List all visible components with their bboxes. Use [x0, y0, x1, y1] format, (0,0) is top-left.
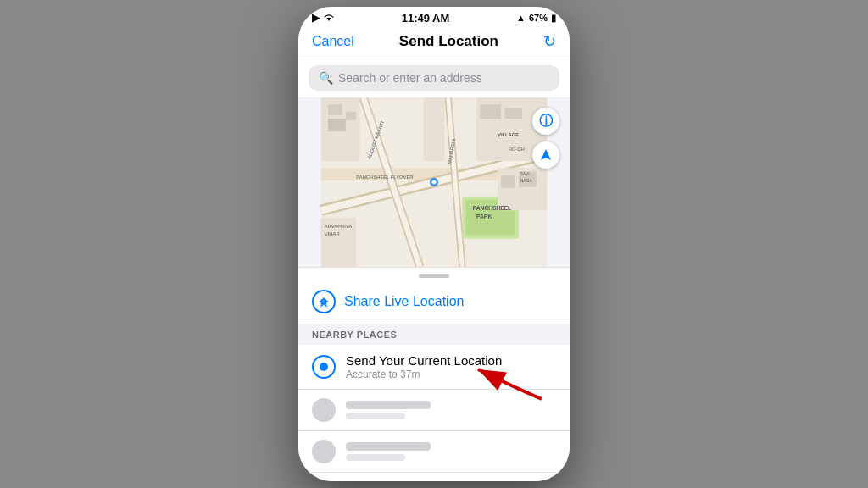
map-svg: AUGUST KRANTI PANCHSHEEL FLYOVER PANCHSH… — [298, 97, 570, 267]
svg-text:NAGA: NAGA — [520, 178, 533, 183]
svg-point-35 — [432, 180, 437, 185]
svg-rect-21 — [501, 175, 515, 188]
location-dot — [320, 363, 328, 371]
map-location-button[interactable] — [532, 141, 559, 169]
svg-rect-18 — [328, 119, 346, 131]
current-location-icon — [312, 355, 336, 379]
blurred-line-secondary-1 — [346, 413, 405, 419]
svg-text:PANCHSHEEL: PANCHSHEEL — [473, 205, 511, 211]
status-left: ▶ — [312, 12, 335, 25]
blurred-icon-1 — [312, 398, 336, 422]
refresh-button[interactable]: ↻ — [543, 32, 556, 51]
map-info-button[interactable]: ⓘ — [532, 108, 559, 135]
blurred-line-secondary-2 — [346, 454, 405, 461]
share-live-icon — [312, 290, 336, 313]
blurred-line-primary-1 — [346, 401, 431, 409]
search-bar[interactable]: 🔍 Search or enter an address — [309, 65, 559, 91]
status-right: ▲ 67% ▮ — [516, 13, 556, 24]
battery-icon: ▮ — [551, 13, 556, 24]
blurred-line-primary-2 — [346, 442, 431, 451]
nav-bar: Cancel Send Location ↻ — [298, 27, 570, 58]
search-bar-container: 🔍 Search or enter an address — [298, 58, 570, 97]
phone-frame: ▶ 11:49 AM ▲ 67% ▮ Cancel Send Location … — [298, 7, 570, 481]
signal-icon: ▶ — [312, 12, 320, 24]
blurred-text-2 — [346, 442, 431, 461]
nearby-section-header: NEARBY PLACES — [298, 324, 570, 345]
search-icon: 🔍 — [319, 71, 333, 85]
svg-text:ARVAPRIYA: ARVAPRIYA — [325, 224, 353, 229]
bottom-sheet: Share Live Location NEARBY PLACES Send Y… — [298, 267, 570, 481]
svg-text:VILLAGE: VILLAGE — [498, 132, 519, 137]
blurred-row-3 — [298, 473, 570, 481]
blurred-text-1 — [346, 401, 431, 419]
current-location-row[interactable]: Send Your Current Location Accurate to 3… — [298, 345, 570, 390]
blurred-row-2 — [298, 431, 570, 473]
search-placeholder: Search or enter an address — [338, 71, 482, 85]
status-bar: ▶ 11:49 AM ▲ 67% ▮ — [298, 7, 570, 27]
svg-rect-13 — [424, 97, 445, 161]
svg-rect-20 — [504, 108, 522, 119]
svg-rect-19 — [480, 104, 501, 119]
location-arrow-icon: ▲ — [516, 13, 526, 23]
svg-text:SAVI: SAVI — [520, 171, 530, 176]
svg-rect-16 — [328, 104, 342, 114]
blurred-icon-2 — [312, 440, 336, 463]
svg-rect-17 — [346, 112, 357, 120]
svg-text:PANCHSHEEL FLYOVER: PANCHSHEEL FLYOVER — [356, 175, 413, 180]
svg-text:PARK: PARK — [476, 214, 492, 219]
cancel-button[interactable]: Cancel — [312, 34, 354, 49]
current-location-text: Send Your Current Location Accurate to 3… — [346, 353, 502, 380]
blurred-row-1 — [298, 390, 570, 431]
wifi-icon — [323, 12, 335, 25]
svg-text:HO-CH: HO-CH — [509, 147, 525, 152]
status-time: 11:49 AM — [402, 12, 450, 25]
share-live-location-row[interactable]: Share Live Location — [298, 281, 570, 324]
current-location-subtitle: Accurate to 37m — [346, 369, 502, 380]
share-live-label: Share Live Location — [344, 294, 464, 309]
nav-title: Send Location — [399, 33, 498, 50]
battery-text: 67% — [529, 13, 548, 23]
map-area: AUGUST KRANTI PANCHSHEEL FLYOVER PANCHSH… — [298, 97, 570, 267]
drag-handle — [298, 268, 570, 281]
current-location-title: Send Your Current Location — [346, 353, 502, 368]
drag-handle-bar — [419, 274, 449, 278]
svg-text:VIHAR: VIHAR — [325, 231, 340, 236]
